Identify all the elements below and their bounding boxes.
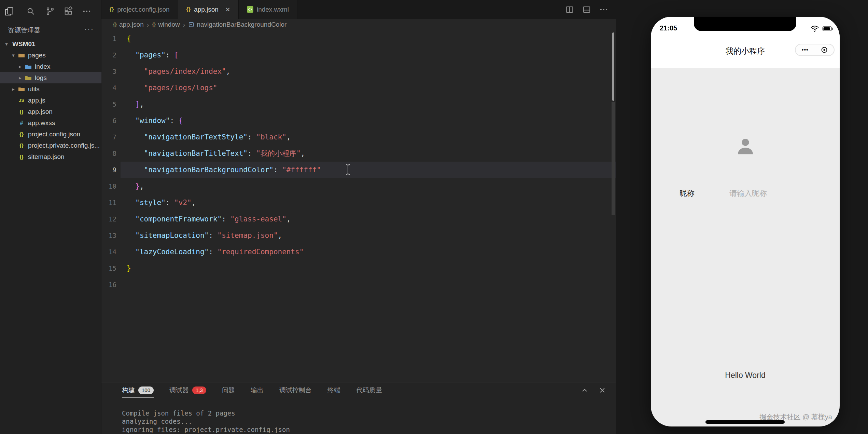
tree-item-wsm01[interactable]: ▾WSM01 [0, 38, 101, 50]
line-number: 14 [101, 248, 116, 256]
line-number: 8 [101, 150, 116, 157]
folder-icon [24, 64, 33, 69]
tree-item-logs[interactable]: ▸logs [0, 72, 101, 83]
js-file-icon: JS [17, 98, 26, 103]
json-file-icon: {} [17, 154, 26, 160]
code-line-11[interactable]: 11 "style": "v2", [101, 194, 616, 211]
scrollbar-decoration [612, 102, 615, 215]
console-line: analyzing codes... [122, 417, 290, 425]
tree-item-app-wxss[interactable]: #app.wxss [0, 117, 101, 128]
json-file-icon: {} [186, 6, 191, 13]
editor-scrollbar[interactable] [611, 30, 616, 382]
panel-tab-代码质量[interactable]: 代码质量 [356, 386, 382, 398]
code-line-1[interactable]: 1{ [101, 30, 616, 47]
tree-item-project-config-json[interactable]: {}project.config.json [0, 128, 101, 140]
files-icon[interactable] [2, 4, 16, 18]
tree-item-label: sitemap.json [28, 153, 65, 161]
chevron-up-icon[interactable] [579, 385, 590, 395]
explorer-more-icon[interactable]: ··· [84, 25, 94, 33]
braces-icon: {} [152, 22, 156, 27]
tree-item-utils[interactable]: ▸utils [0, 83, 101, 95]
panel-tab-label: 问题 [222, 386, 235, 395]
code-text: "lazyCodeLoading": "requiredComponents" [127, 248, 304, 256]
property-icon [188, 22, 194, 28]
code-line-15[interactable]: 15} [101, 260, 616, 276]
nickname-label: 昵称 [680, 188, 695, 199]
panel-tab-调试控制台[interactable]: 调试控制台 [279, 386, 312, 398]
line-number: 7 [101, 133, 116, 141]
line-number: 10 [101, 182, 116, 190]
code-line-3[interactable]: 3 "pages/index/index", [101, 63, 616, 80]
tree-item-label: index [35, 63, 50, 70]
code-line-4[interactable]: 4 "pages/logs/logs" [101, 80, 616, 96]
tree-item-label: project.private.config.js... [28, 142, 100, 149]
split-editor-icon[interactable] [564, 4, 575, 15]
code-line-8[interactable]: 8 "navigationBarTitleText": "我的小程序", [101, 145, 616, 162]
code-line-10[interactable]: 10 }, [101, 178, 616, 194]
panel-tab-label: 终端 [327, 386, 340, 395]
avatar-button[interactable] [735, 136, 756, 158]
code-text: "pages": [ [127, 51, 179, 59]
panel-tab-调试器[interactable]: 调试器1,3 [169, 386, 206, 398]
exit-mini-program-button[interactable] [815, 46, 834, 54]
json-file-icon: {} [110, 6, 114, 13]
tree-item-pages[interactable]: ▾pages [0, 50, 101, 61]
tree-item-app-js[interactable]: JSapp.js [0, 95, 101, 106]
scrollbar-thumb[interactable] [612, 32, 614, 101]
code-line-13[interactable]: 13 "sitemapLocation": "sitemap.json", [101, 227, 616, 244]
more-menu-button[interactable]: ••• [796, 47, 815, 53]
editor-tab-bar: {}project.config.json{}app.json×index.wx… [101, 0, 616, 19]
nickname-input[interactable]: 请输入昵称 [729, 188, 767, 199]
tab-index-wxml[interactable]: index.wxml [239, 0, 297, 19]
breadcrumb-separator: › [183, 21, 185, 29]
tree-item-label: app.js [28, 97, 45, 104]
code-line-5[interactable]: 5 ], [101, 96, 616, 112]
folder-icon [17, 53, 26, 58]
extensions-icon[interactable] [61, 4, 75, 18]
line-number: 11 [101, 199, 116, 206]
close-icon[interactable] [597, 385, 607, 395]
layout-icon[interactable] [581, 4, 592, 15]
search-icon[interactable] [24, 4, 38, 18]
code-line-12[interactable]: 12 "componentFramework": "glass-easel", [101, 211, 616, 227]
tree-item-label: logs [35, 74, 47, 82]
panel-tab-label: 调试器 [169, 386, 189, 395]
code-text: "pages/logs/logs" [127, 84, 218, 92]
code-text: "componentFramework": "glass-easel", [127, 215, 291, 223]
tab-app-json[interactable]: {}app.json× [178, 0, 239, 19]
tree-item-index[interactable]: ▸index [0, 61, 101, 72]
breadcrumb-label: app.json [119, 21, 144, 28]
panel-tab-输出[interactable]: 输出 [251, 386, 264, 398]
tree-item-project-private-config-js-[interactable]: {}project.private.config.js... [0, 140, 101, 151]
tab-project-config-json[interactable]: {}project.config.json [101, 0, 178, 19]
more-icon[interactable] [598, 4, 610, 15]
tree-item-app-json[interactable]: {}app.json [0, 106, 101, 117]
tree-item-sitemap-json[interactable]: {}sitemap.json [0, 151, 101, 162]
breadcrumb-item[interactable]: {}app.json [113, 21, 144, 28]
code-text: "navigationBarBackgroundColor": "#ffffff… [127, 166, 321, 174]
breadcrumb-item[interactable]: navigationBarBackgroundColor [188, 21, 286, 28]
close-icon[interactable]: × [225, 5, 230, 14]
more-icon[interactable] [80, 4, 94, 18]
git-branch-icon[interactable] [43, 4, 57, 18]
folder-icon [17, 86, 26, 92]
wxml-file-icon [247, 6, 253, 13]
phone-notch [694, 17, 796, 31]
tree-item-label: utils [28, 85, 40, 93]
code-line-14[interactable]: 14 "lazyCodeLoading": "requiredComponent… [101, 244, 616, 260]
line-number: 3 [101, 68, 116, 75]
line-number: 9 [101, 166, 116, 174]
code-editor[interactable]: 1{2 "pages": [3 "pages/index/index",4 "p… [101, 30, 616, 382]
panel-tab-label: 代码质量 [356, 386, 382, 395]
panel-tab-构建[interactable]: 构建100 [122, 386, 154, 398]
code-line-6[interactable]: 6 "window": { [101, 112, 616, 129]
code-line-16[interactable]: 16 [101, 276, 616, 293]
wifi-icon [810, 25, 819, 34]
panel-tab-终端[interactable]: 终端 [327, 386, 340, 398]
panel-tab-问题[interactable]: 问题 [222, 386, 235, 398]
code-line-2[interactable]: 2 "pages": [ [101, 47, 616, 63]
code-line-7[interactable]: 7 "navigationBarTextStyle": "black", [101, 129, 616, 145]
code-line-9[interactable]: 9 "navigationBarBackgroundColor": "#ffff… [101, 162, 616, 178]
breadcrumb-item[interactable]: {}window [152, 21, 180, 28]
code-text: { [127, 35, 131, 43]
